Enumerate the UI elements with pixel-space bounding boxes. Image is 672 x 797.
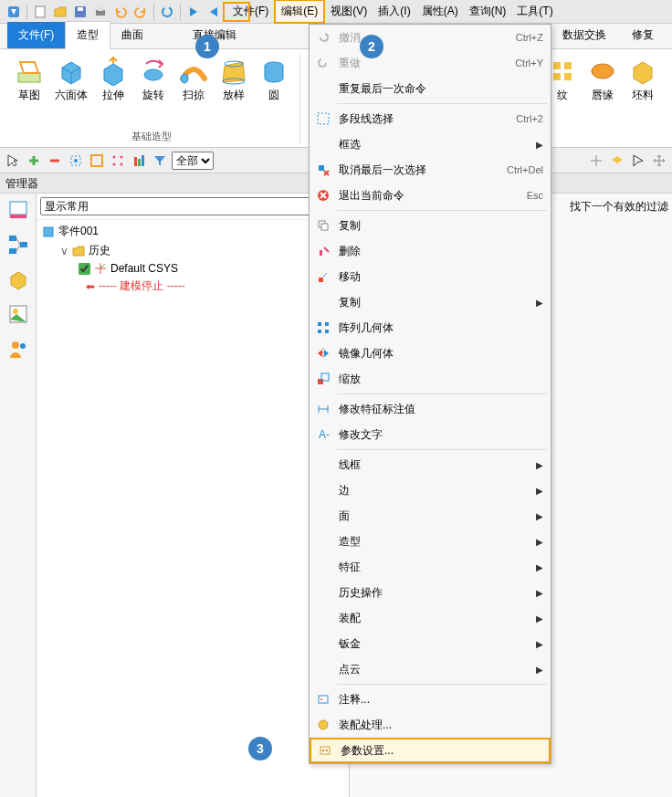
plus-icon[interactable] [25, 152, 43, 170]
wireframe-item[interactable]: 线框▶ [310, 452, 551, 477]
scale-item[interactable]: 缩放 [310, 366, 551, 392]
filter-select[interactable]: 全部 [172, 152, 214, 170]
svg-rect-5 [98, 7, 103, 11]
svg-rect-16 [564, 73, 572, 80]
scale-icon [313, 371, 333, 387]
history-op-item[interactable]: 历史操作▶ [310, 580, 551, 605]
pattern-icon [313, 320, 333, 336]
param-settings-item[interactable]: 参数设置... [310, 738, 551, 763]
pattern-geom-item[interactable]: 阵列几何体 [310, 315, 551, 341]
dots-square-icon[interactable] [109, 152, 127, 170]
pointcloud-item[interactable]: 点云▶ [310, 656, 551, 682]
modify-feature-annot-item[interactable]: 修改特征标注值 [310, 396, 551, 422]
undo-icon[interactable] [111, 3, 130, 21]
feature-item[interactable]: 特征▶ [310, 554, 551, 580]
cursor-icon[interactable] [4, 152, 22, 170]
tree-users-icon[interactable] [7, 338, 29, 360]
redo-last-item[interactable]: 重复最后一次命令 [310, 76, 551, 101]
annotation-item[interactable]: 注释... [310, 687, 551, 712]
print-icon[interactable] [91, 3, 110, 21]
ribbon-tab-data-exchange[interactable]: 数据交换 [551, 22, 617, 48]
play-forward-icon[interactable] [184, 3, 203, 21]
assembly-item[interactable]: 装配▶ [310, 605, 551, 631]
svg-point-23 [121, 163, 123, 165]
csys-checkbox[interactable] [79, 263, 90, 275]
tree-part-node[interactable]: 零件001 [37, 222, 349, 241]
ribbon-tab-modeling[interactable]: 造型 [65, 21, 110, 49]
separator [153, 4, 154, 20]
submenu-arrow-icon: ▶ [536, 562, 543, 572]
folder-icon [72, 245, 85, 257]
cancel-sel-item[interactable]: 取消最后一次选择Ctrl+Del [310, 157, 551, 183]
redo-icon[interactable] [131, 3, 150, 21]
cylinder-button[interactable]: 圆 [254, 53, 294, 107]
svg-rect-19 [91, 155, 102, 166]
menu-tool[interactable]: 工具(T) [511, 1, 558, 22]
redo-item[interactable]: 重做Ctrl+Y [310, 50, 551, 76]
save-icon[interactable] [71, 3, 89, 21]
coord-icon[interactable] [587, 152, 605, 170]
edge-item[interactable]: 边▶ [310, 477, 551, 503]
ribbon-tab-surface[interactable]: 曲面 [110, 22, 154, 48]
svg-rect-28 [10, 215, 26, 218]
undo-item[interactable]: 撤消Ctrl+Z [310, 25, 551, 50]
move-icon[interactable] [650, 152, 668, 170]
filter-icon[interactable] [151, 152, 169, 170]
menu-insert[interactable]: 插入(I) [373, 1, 415, 22]
sketch-button[interactable]: 草图 [9, 53, 49, 107]
lip-button[interactable]: 唇缘 [583, 53, 623, 107]
assembly-process-item[interactable]: 装配处理... [310, 712, 551, 738]
tree-image-icon[interactable] [7, 303, 29, 325]
display-mode-select[interactable]: 显示常用 [40, 197, 327, 215]
menu-view[interactable]: 视图(V) [325, 1, 373, 22]
copy-item[interactable]: 复制▶ [310, 289, 551, 315]
tree-structure-icon[interactable] [7, 234, 29, 256]
cursor2-icon[interactable] [629, 152, 647, 170]
face-item[interactable]: 面▶ [310, 503, 551, 529]
extrude-button[interactable]: 拉伸 [93, 53, 133, 107]
new-icon[interactable] [31, 3, 49, 21]
target-icon[interactable] [67, 152, 85, 170]
menu-edit[interactable]: 编辑(E) [274, 0, 325, 24]
minus-icon[interactable] [46, 152, 64, 170]
bars-icon[interactable] [130, 152, 148, 170]
layer-icon[interactable] [608, 152, 626, 170]
tree-drawing-icon[interactable] [7, 199, 29, 221]
ribbon-tab-repair[interactable]: 修复 [621, 22, 665, 48]
box-sel-item[interactable]: 框选▶ [310, 131, 551, 157]
svg-point-57 [326, 750, 329, 752]
mirror-geom-item[interactable]: 镜像几何体 [310, 341, 551, 366]
sweep-button[interactable]: 扫掠 [173, 53, 214, 107]
loft-button[interactable]: 放样 [214, 53, 254, 107]
delete-item[interactable]: 删除 [310, 238, 551, 264]
tree-cube-icon[interactable] [7, 268, 29, 290]
duplicate-item[interactable]: 复制 [310, 213, 551, 238]
blank-button[interactable]: 坯料 [623, 53, 663, 107]
open-icon[interactable] [51, 3, 69, 21]
menu-file[interactable]: 文件(F) [227, 1, 274, 22]
orange-box-icon[interactable] [88, 152, 106, 170]
tree-csys-node[interactable]: Default CSYS [37, 260, 349, 277]
play-back-icon[interactable] [205, 3, 223, 21]
dimension-icon [313, 401, 333, 417]
sheetmetal-item[interactable]: 钣金▶ [310, 631, 551, 656]
submenu-arrow-icon: ▶ [536, 665, 543, 675]
hexahedron-button[interactable]: 六面体 [49, 53, 93, 107]
ribbon-tab-file[interactable]: 文件(F) [7, 22, 65, 48]
svg-point-54 [319, 720, 328, 729]
menu-attr[interactable]: 属性(A) [416, 1, 464, 22]
svg-point-34 [12, 341, 19, 349]
rotate-button[interactable]: 旋转 [133, 53, 173, 107]
shape-item[interactable]: 造型▶ [310, 529, 551, 554]
exit-icon [313, 187, 333, 204]
svg-rect-3 [78, 7, 83, 11]
polyline-sel-item[interactable]: 多段线选择Ctrl+2 [310, 106, 551, 131]
menu-query[interactable]: 查询(N) [464, 1, 512, 22]
move-item[interactable]: 移动 [310, 264, 551, 289]
tree-history-node[interactable]: ∨历史 [37, 241, 349, 260]
modify-text-item[interactable]: A-B修改文字 [310, 422, 551, 447]
refresh-icon[interactable] [158, 3, 176, 21]
exit-cmd-item[interactable]: 退出当前命令Esc [310, 183, 551, 208]
annot-icon [313, 691, 333, 708]
undo-icon [313, 29, 333, 46]
